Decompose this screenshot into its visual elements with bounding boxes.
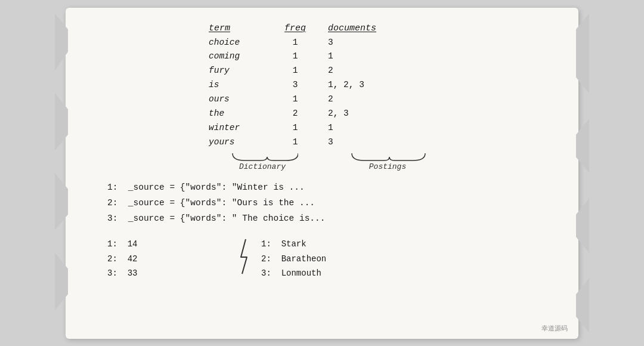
table-row: ours 1 2 xyxy=(209,92,435,107)
table-row: winter 1 1 xyxy=(209,121,435,135)
source-text-2: _source = {"words": "Ours is the ... xyxy=(128,198,315,208)
cell-docs-8: 3 xyxy=(316,135,411,150)
header-freq: freq xyxy=(274,23,316,33)
dictionary-brace: Dictionary xyxy=(209,152,316,171)
dictionary-label: Dictionary xyxy=(209,162,316,171)
cell-freq-5: 1 xyxy=(274,92,316,107)
cell-freq-3: 1 xyxy=(274,64,316,78)
cell-term-8: yours xyxy=(209,135,274,150)
source-section: 1: _source = {"words": "Winter is ... 2:… xyxy=(107,180,555,226)
cell-term-5: ours xyxy=(209,92,274,107)
table-header-row: term freq documents xyxy=(209,23,435,33)
cell-freq-2: 1 xyxy=(274,50,316,64)
source-line-1: 1: _source = {"words": "Winter is ... xyxy=(107,180,555,195)
cell-freq-1: 1 xyxy=(274,36,316,50)
cell-term-7: winter xyxy=(209,121,274,135)
postings-brace: Postings xyxy=(340,152,435,171)
cell-freq-7: 1 xyxy=(274,121,316,135)
cell-docs-5: 2 xyxy=(316,92,411,107)
source-text-3: _source = {"words": " The choice is... xyxy=(128,214,326,223)
num-right-3: 3: Lonmouth xyxy=(261,266,392,281)
cell-docs-6: 2, 3 xyxy=(316,107,411,121)
table-row: yours 1 3 xyxy=(209,135,435,150)
index-table-section: term freq documents choice 1 3 coming 1 … xyxy=(89,23,555,171)
source-num-2: 2 xyxy=(107,198,113,208)
numbers-left: 1: 14 2: 42 3: 33 xyxy=(107,237,227,281)
num-left-1: 1: 14 xyxy=(107,237,227,252)
num-left-2: 2: 42 xyxy=(107,252,227,267)
main-page: term freq documents choice 1 3 coming 1 … xyxy=(66,8,578,339)
cell-docs-1: 3 xyxy=(316,36,411,50)
header-term: term xyxy=(209,23,274,33)
cell-term-3: fury xyxy=(209,64,274,78)
cell-docs-4: 1, 2, 3 xyxy=(316,78,411,92)
watermark: 幸道源码 xyxy=(541,324,568,333)
num-right-2: 2: Baratheon xyxy=(261,252,392,267)
cell-docs-7: 1 xyxy=(316,121,411,135)
cell-term-6: the xyxy=(209,107,274,121)
table-row: fury 1 2 xyxy=(209,64,435,78)
source-num-1: 1 xyxy=(107,183,113,192)
cell-freq-8: 1 xyxy=(274,135,316,150)
num-left-3: 3: 33 xyxy=(107,266,227,281)
cell-freq-6: 2 xyxy=(274,107,316,121)
numbers-right: 1: Stark 2: Baratheon 3: Lonmouth xyxy=(261,237,392,281)
bottom-section: 1: 14 2: 42 3: 33 1: Stark 2: Baratheon xyxy=(107,237,555,281)
cell-docs-3: 2 xyxy=(316,64,411,78)
header-documents: documents xyxy=(316,23,411,33)
brace-row: Dictionary Postings xyxy=(209,152,435,171)
source-text-1: _source = {"words": "Winter is ... xyxy=(128,183,305,192)
cell-term-1: choice xyxy=(209,36,274,50)
table-row: coming 1 1 xyxy=(209,50,435,64)
cell-docs-2: 1 xyxy=(316,50,411,64)
table-row: is 3 1, 2, 3 xyxy=(209,78,435,92)
index-table: term freq documents choice 1 3 coming 1 … xyxy=(209,23,435,171)
divider-icon xyxy=(239,238,249,278)
postings-label: Postings xyxy=(340,162,435,171)
table-row: choice 1 3 xyxy=(209,36,435,50)
table-row: the 2 2, 3 xyxy=(209,107,435,121)
source-line-3: 3: _source = {"words": " The choice is..… xyxy=(107,211,555,226)
cell-freq-4: 3 xyxy=(274,78,316,92)
source-num-3: 3 xyxy=(107,214,113,223)
cell-term-2: coming xyxy=(209,50,274,64)
num-right-1: 1: Stark xyxy=(261,237,392,252)
cell-term-4: is xyxy=(209,78,274,92)
source-line-2: 2: _source = {"words": "Ours is the ... xyxy=(107,195,555,211)
